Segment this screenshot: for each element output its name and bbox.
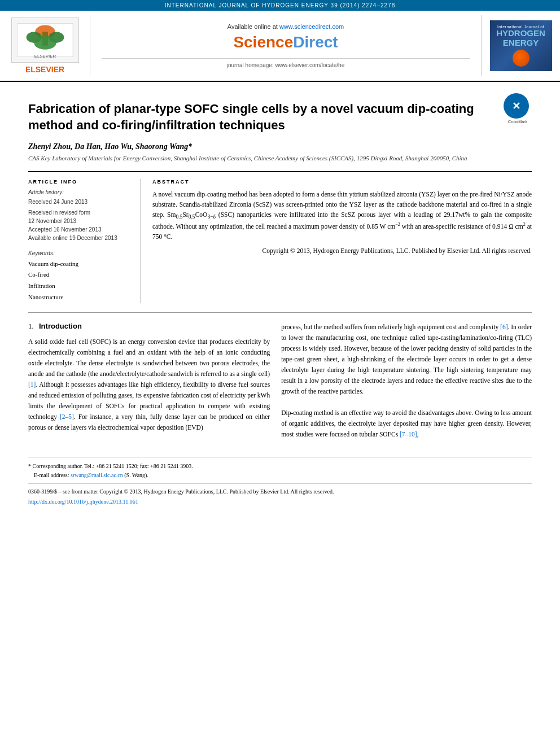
copyright-text: Copyright © 2013, Hydrogen Energy Public… xyxy=(152,246,532,256)
journal-header-bar: INTERNATIONAL JOURNAL OF HYDROGEN ENERGY… xyxy=(0,0,560,11)
received-date: Received 24 June 2013 xyxy=(28,198,133,206)
and-text: and xyxy=(45,370,55,377)
email-link[interactable]: srwang@mail.sic.ac.cn xyxy=(71,472,123,478)
sciencedirect-logo: ScienceDirect xyxy=(233,33,338,51)
received-revised-date: 12 November 2013 xyxy=(28,217,133,225)
available-online-text: Available online at www.sciencedirect.co… xyxy=(228,23,344,30)
received-revised-label: Received in revised form xyxy=(28,208,133,217)
publisher-header: ELSEVIER ELSEVIER Available online at ww… xyxy=(0,11,560,82)
right-column: process, but the method suffers from rel… xyxy=(281,322,532,440)
elsevier-tree-logo: ELSEVIER xyxy=(11,18,79,63)
svg-point-6 xyxy=(34,36,56,50)
paper-body: ✕ CrossMark Fabrication of planar-type S… xyxy=(0,82,560,516)
section-1-header: 1. Introduction xyxy=(28,322,270,331)
keyword-3: Infiltration xyxy=(28,281,133,292)
doi-line: http://dx.doi.org/10.1016/j.ijhydene.201… xyxy=(28,499,532,505)
section-1-left-text: A solid oxide fuel cell (SOFC) is an ene… xyxy=(28,337,270,433)
footnote-divider xyxy=(28,483,532,484)
abstract-body: A novel vacuum dip-coating method has be… xyxy=(152,189,532,242)
keyword-4: Nanostructure xyxy=(28,292,133,303)
authors-text: Zhenyi Zhou, Da Han, Hao Wu, Shaorong Wa… xyxy=(28,142,192,151)
abstract-section: ABSTRACT A novel vacuum dip-coating meth… xyxy=(152,179,532,303)
header-center: Available online at www.sciencedirect.co… xyxy=(90,15,481,76)
section-number: 1. xyxy=(28,322,34,330)
section-1-right-text: process, but the method suffers from rel… xyxy=(281,322,532,440)
footnotes-section: * Corresponding author. Tel.: +86 21 524… xyxy=(28,457,532,505)
journal-logo-container: International Journal of HYDROGENENERGY xyxy=(481,15,560,76)
doi-link[interactable]: http://dx.doi.org/10.1016/j.ijhydene.201… xyxy=(28,499,138,505)
elsevier-brand-text: ELSEVIER xyxy=(25,65,64,74)
authors-line: Zhenyi Zhou, Da Han, Hao Wu, Shaorong Wa… xyxy=(28,142,532,151)
hydrogen-energy-logo: International Journal of HYDROGENENERGY xyxy=(490,20,552,71)
keyword-1: Vacuum dip-coating xyxy=(28,259,133,270)
left-column: 1. Introduction A solid oxide fuel cell … xyxy=(28,322,270,440)
article-info-section: ARTICLE INFO Article history: Received 2… xyxy=(28,179,141,303)
history-label: Article history: xyxy=(28,189,133,195)
abstract-heading: ABSTRACT xyxy=(152,179,532,185)
corresponding-author-note: * Corresponding author. Tel.: +86 21 524… xyxy=(28,462,532,471)
svg-text:ELSEVIER: ELSEVIER xyxy=(34,54,56,59)
crossmark-badge: ✕ CrossMark xyxy=(504,93,532,121)
article-info-abstract-columns: ARTICLE INFO Article history: Received 2… xyxy=(28,171,532,303)
paper-title: Fabrication of planar-type SOFC single c… xyxy=(28,101,532,133)
email-note: E-mail address: srwang@mail.sic.ac.cn (S… xyxy=(28,471,532,480)
section-1-title: Introduction xyxy=(39,322,82,330)
keywords-label: Keywords: xyxy=(28,250,133,256)
sciencedirect-url[interactable]: www.sciencedirect.com xyxy=(279,23,344,30)
accepted-date: Accepted 16 November 2013 xyxy=(28,225,133,234)
issn-line: 0360-3199/$ – see front matter Copyright… xyxy=(28,487,532,496)
keywords-section: Keywords: Vacuum dip-coating Co-fired In… xyxy=(28,250,133,303)
journal-header-text: INTERNATIONAL JOURNAL OF HYDROGEN ENERGY… xyxy=(165,2,395,8)
main-content: 1. Introduction A solid oxide fuel cell … xyxy=(28,322,532,440)
affiliation-text: CAS Key Laboratory of Materials for Ener… xyxy=(28,154,532,163)
keyword-2: Co-fired xyxy=(28,269,133,281)
section-divider xyxy=(28,312,532,313)
article-info-heading: ARTICLE INFO xyxy=(28,179,133,185)
elsevier-logo-container: ELSEVIER ELSEVIER xyxy=(0,15,90,76)
journal-homepage-text: journal homepage: www.elsevier.com/locat… xyxy=(102,58,470,68)
globe-icon xyxy=(513,50,530,67)
available-online-date: Available online 19 December 2013 xyxy=(28,234,133,242)
